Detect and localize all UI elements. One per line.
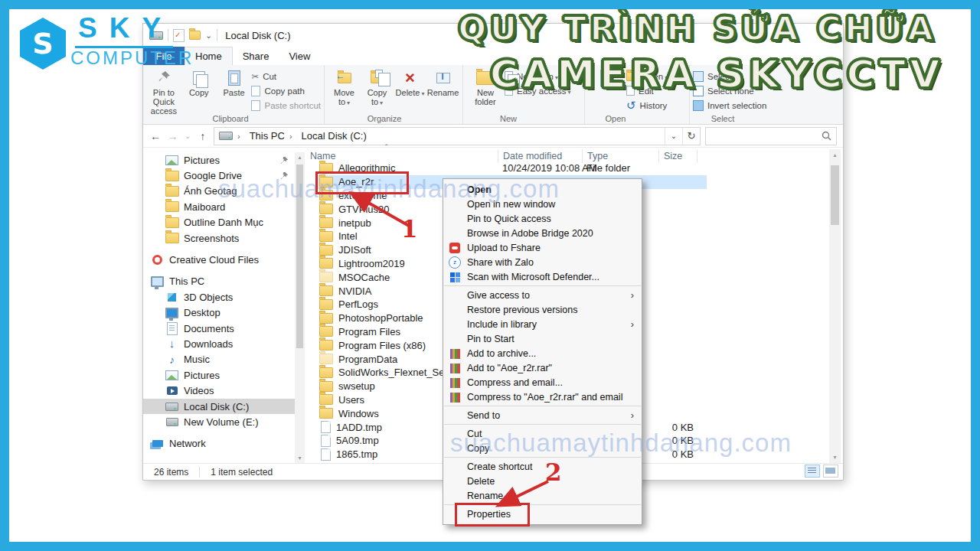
menu-item-give-access[interactable]: Give access to›	[443, 288, 642, 302]
up-icon[interactable]: ↑	[197, 130, 209, 142]
pictures-icon	[165, 154, 178, 166]
properties-quick-icon[interactable]	[173, 29, 185, 42]
sidebar-item-outline-danh-muc[interactable]: Outline Danh Mục	[143, 215, 295, 230]
sidebar-item-3d-objects[interactable]: 3D Objects	[143, 289, 295, 305]
move-to-icon: ←	[338, 68, 351, 88]
file-list-scrollbar[interactable]: ▴ ▾	[829, 149, 841, 463]
qat-dropdown-icon[interactable]: ⌄	[205, 31, 212, 41]
delete-button[interactable]: × Delete	[394, 67, 426, 99]
menu-item-open-new-window[interactable]: Open in new window	[443, 197, 642, 211]
pushpin-icon	[157, 68, 171, 88]
refresh-icon[interactable]: ↻	[682, 128, 700, 145]
move-to-button[interactable]: ← Move to	[328, 67, 361, 108]
address-dropdown-icon[interactable]: ⌄	[665, 128, 682, 145]
menu-item-browse-adobe-bridge[interactable]: Browse in Adobe Bridge 2020	[443, 226, 642, 240]
back-icon[interactable]: ←	[149, 130, 162, 142]
menu-item-create-shortcut[interactable]: Create shortcut	[443, 459, 642, 474]
tab-share[interactable]: Share	[233, 47, 279, 65]
menu-item-copy[interactable]: Copy	[443, 441, 642, 455]
menu-item-pin-quick-access[interactable]: Pin to Quick access	[443, 211, 642, 226]
sidebar-item-videos[interactable]: Videos	[143, 383, 295, 398]
divider	[168, 29, 168, 41]
sidebar-item-anh-geotag[interactable]: Ánh Geotag	[143, 184, 295, 199]
page: suachuamaytinhdanang.com suachuamaytinhd…	[0, 0, 980, 551]
tab-file[interactable]: File	[143, 47, 185, 65]
menu-item-add-to-rar[interactable]: Add to "Aoe_r2r.rar"	[443, 360, 642, 375]
menu-item-compress-rar-email[interactable]: Compress to "Aoe_r2r.rar" and email	[443, 390, 642, 404]
menu-item-delete[interactable]: Delete	[443, 474, 642, 488]
search-input[interactable]	[710, 130, 822, 142]
copy-button[interactable]: Copy	[181, 67, 217, 97]
overlay-title-line1: QUY TRÌNH SỬA CHỮA	[440, 9, 955, 47]
breadcrumb-this-pc[interactable]: This PC›	[245, 130, 297, 142]
sidebar-item-music[interactable]: ♪Music	[143, 352, 295, 367]
menu-separator	[444, 424, 641, 425]
copy-icon	[193, 68, 205, 88]
sidebar-item-this-pc[interactable]: This PC	[143, 274, 295, 289]
folder-icon	[319, 326, 333, 337]
history-button[interactable]: ↺ History	[626, 98, 668, 112]
annotation-step-2: 2	[545, 458, 562, 486]
sidebar-item-network[interactable]: Network	[143, 436, 295, 452]
cut-button[interactable]: ✂ Cut	[251, 69, 321, 83]
winrar-icon	[449, 377, 461, 389]
sidebar-item-maiboard[interactable]: Maiboard	[143, 199, 295, 214]
scrollbar-thumb[interactable]	[296, 165, 303, 348]
paste-button[interactable]: Paste	[217, 67, 252, 97]
menu-item-include-library[interactable]: Include in library›	[443, 317, 642, 331]
tab-home[interactable]: Home	[185, 47, 233, 65]
paste-shortcut-button[interactable]: Paste shortcut	[251, 98, 321, 112]
scroll-down-icon[interactable]: ▾	[295, 455, 305, 461]
scroll-down-icon[interactable]: ▾	[829, 454, 841, 461]
menu-item-restore-versions[interactable]: Restore previous versions	[443, 302, 642, 317]
copy-path-button[interactable]: Copy path	[251, 83, 321, 98]
menu-item-add-to-archive[interactable]: Add to archive...	[443, 346, 642, 360]
winrar-icon	[449, 347, 461, 360]
forward-icon[interactable]: →	[166, 130, 178, 142]
sidebar-item-creative-cloud-files[interactable]: Creative Cloud Files	[143, 252, 295, 267]
scroll-up-icon[interactable]: ▴	[295, 154, 305, 161]
computer-icon	[151, 276, 164, 288]
history-icon: ↺	[626, 99, 636, 112]
menu-item-rename[interactable]: Rename	[443, 488, 642, 503]
invert-selection-button[interactable]: Invert selection	[693, 98, 766, 112]
group-label-organize: Organize	[318, 114, 450, 123]
menu-item-scan-defender[interactable]: Scan with Microsoft Defender...	[443, 269, 642, 284]
copy-to-button[interactable]: Copy to	[361, 67, 394, 108]
sidebar-item-documents[interactable]: Documents	[143, 321, 295, 336]
menu-separator	[444, 285, 641, 286]
sidebar-item-new-volume-e[interactable]: New Volume (E:)	[143, 414, 295, 429]
sidebar-item-desktop[interactable]: Desktop	[143, 305, 295, 321]
menu-item-pin-to-start[interactable]: Pin to Start	[443, 331, 642, 346]
sidebar-item-downloads[interactable]: ↓Downloads	[143, 336, 295, 351]
tab-view[interactable]: View	[279, 47, 320, 65]
menu-item-properties[interactable]: Properties	[443, 507, 642, 521]
sidebar-item-google-drive[interactable]: Google Drive	[143, 168, 295, 183]
new-folder-quick-icon[interactable]	[189, 31, 201, 40]
thumbnail-view-button[interactable]	[823, 465, 838, 478]
svg-text:S: S	[32, 27, 53, 60]
menu-item-send-to[interactable]: Send to›	[443, 408, 642, 422]
sidebar-item-local-disk-c[interactable]: Local Disk (C:)	[143, 399, 295, 414]
menu-item-open[interactable]: Open	[443, 182, 642, 197]
menu-item-compress-email[interactable]: Compress and email...	[443, 375, 642, 390]
breadcrumb-current[interactable]: Local Disk (C:)	[297, 130, 371, 142]
menu-item-share-zalo[interactable]: ZShare with Zalo	[443, 255, 642, 269]
breadcrumb[interactable]: › This PC› Local Disk (C:) ⌄ ↻	[214, 127, 701, 145]
menu-item-upload-fshare[interactable]: Upload to Fshare	[443, 240, 642, 255]
sidebar-item-pictures-pinned[interactable]: Pictures	[143, 152, 295, 168]
scroll-up-icon[interactable]: ▴	[829, 152, 841, 158]
details-view-button[interactable]	[805, 465, 820, 478]
sidebar-item-screenshots[interactable]: Screenshots	[143, 230, 295, 246]
rename-button[interactable]: Rename	[426, 67, 459, 97]
menu-item-cut[interactable]: Cut	[443, 426, 642, 441]
group-label-new: New	[451, 114, 566, 123]
sidebar-item-pictures[interactable]: Pictures	[143, 367, 295, 383]
scrollbar-thumb[interactable]	[831, 165, 839, 225]
pin-to-quick-access-button[interactable]: Pin to Quick access	[146, 67, 181, 116]
breadcrumb-separator-icon: ›	[289, 132, 292, 141]
folder-icon	[319, 381, 333, 392]
sidebar-scrollbar[interactable]: ▴ ▾	[295, 152, 305, 463]
recent-locations-icon[interactable]: ⌄	[184, 132, 192, 140]
file-row[interactable]: Allegorithmic10/24/2019 10:08 AMFile fol…	[305, 161, 829, 175]
